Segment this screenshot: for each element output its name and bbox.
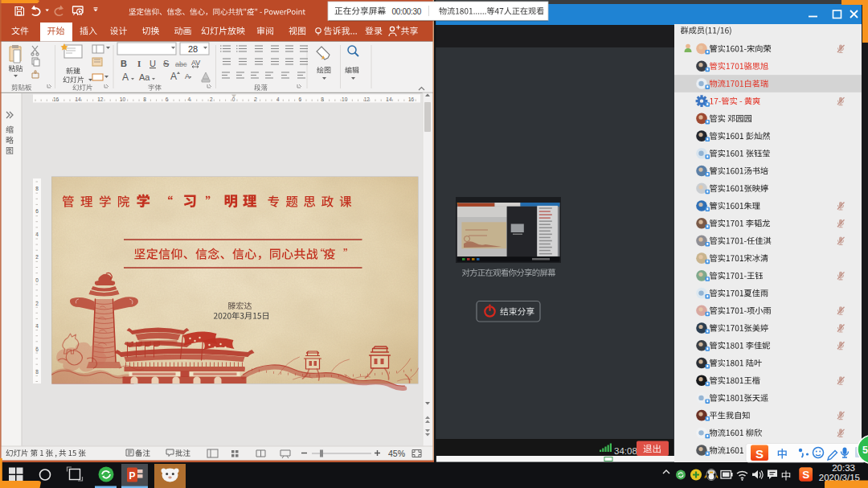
svg-text:4: 4: [276, 96, 280, 102]
svg-text:8: 8: [143, 96, 146, 102]
svg-text:2: 2: [210, 96, 213, 102]
svg-text:U: U: [149, 59, 156, 68]
svg-text:00:00:30: 00:00:30: [392, 7, 422, 16]
svg-text:P: P: [129, 470, 136, 482]
svg-text:S: S: [755, 447, 764, 461]
svg-text:20:33: 20:33: [832, 463, 855, 473]
svg-text:6: 6: [35, 347, 39, 352]
svg-text:S: S: [802, 469, 809, 481]
svg-text:12: 12: [97, 96, 104, 102]
svg-text:34:08: 34:08: [614, 446, 637, 456]
svg-text:4: 4: [35, 232, 39, 237]
svg-text:16: 16: [53, 96, 59, 102]
svg-text:B: B: [121, 59, 127, 68]
svg-text:14: 14: [386, 96, 392, 102]
svg-text:4: 4: [187, 96, 190, 102]
svg-text:16: 16: [408, 96, 415, 102]
svg-text:10: 10: [120, 96, 126, 102]
svg-text:A: A: [170, 71, 177, 82]
svg-text:8: 8: [35, 186, 39, 191]
svg-text:A: A: [122, 72, 129, 83]
svg-text:I: I: [137, 59, 141, 68]
svg-text:abc: abc: [175, 60, 187, 68]
svg-text:2: 2: [35, 301, 39, 306]
svg-text:45%: 45%: [388, 449, 405, 458]
svg-text:6: 6: [35, 208, 39, 214]
svg-text:14: 14: [76, 96, 82, 102]
svg-text:Aa: Aa: [139, 72, 150, 82]
svg-text:28: 28: [188, 44, 198, 54]
svg-text:6: 6: [299, 96, 302, 102]
svg-text:2: 2: [35, 254, 39, 260]
svg-text:10: 10: [342, 96, 348, 102]
svg-text:4: 4: [35, 323, 39, 329]
svg-text:2: 2: [254, 96, 257, 102]
svg-text:12: 12: [364, 96, 371, 102]
svg-text:8: 8: [35, 369, 39, 375]
svg-text:8: 8: [321, 96, 324, 102]
svg-text:53: 53: [862, 445, 868, 456]
svg-text:6: 6: [166, 96, 169, 102]
svg-text:0: 0: [35, 277, 39, 283]
svg-text:AV: AV: [191, 59, 200, 67]
svg-text:S: S: [163, 59, 169, 68]
